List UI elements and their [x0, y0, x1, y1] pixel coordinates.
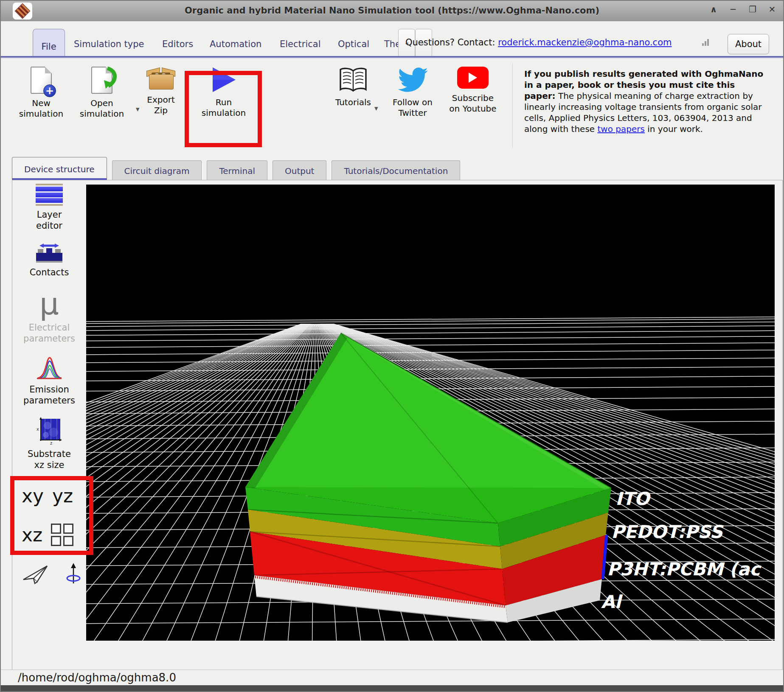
- menu-bar: File Simulation type Editors Automation …: [1, 21, 783, 56]
- toolbar: + Newsimulation Opensimulation ▾ ExportZ…: [1, 58, 783, 156]
- signal-bars-icon: [702, 39, 709, 46]
- sidebar-item-contacts[interactable]: Contacts: [12, 242, 86, 278]
- application-window: Organic and hybrid Material Nano Simulat…: [0, 0, 784, 692]
- device-structure-pane: Layereditor Contacts μ Electricalparamet: [12, 180, 783, 671]
- tab-tutorials-documentation[interactable]: Tutorials/Documentation: [332, 160, 460, 181]
- play-icon: [210, 67, 237, 93]
- sidebar-item-layer-editor[interactable]: Layereditor: [12, 184, 86, 231]
- view-orientation-buttons: xy yz xz: [22, 485, 85, 602]
- maximize-button[interactable]: ❐: [747, 4, 758, 14]
- new-document-icon: +: [31, 67, 52, 94]
- tab-terminal[interactable]: Terminal: [207, 160, 267, 181]
- label-al: Al: [601, 591, 623, 612]
- label-p3ht-pcbm: P3HT:PCBM (ac: [607, 559, 762, 580]
- svg-text:z: z: [50, 441, 52, 445]
- view-xz-button[interactable]: xz: [22, 524, 42, 546]
- label-ito: ITO: [615, 488, 651, 509]
- zip-box-icon: [146, 67, 175, 90]
- window-title: Organic and hybrid Material Nano Simulat…: [1, 6, 783, 16]
- youtube-icon: [457, 67, 489, 89]
- contact-label: Questions? Contact:: [405, 37, 498, 48]
- tutorials-dropdown-icon[interactable]: ▾: [374, 104, 378, 112]
- contact-text: Questions? Contact: roderick.mackenzie@o…: [405, 37, 672, 48]
- open-document-icon: [91, 67, 112, 94]
- menu-optical[interactable]: Optical: [338, 39, 369, 49]
- menu-file[interactable]: File: [33, 29, 65, 56]
- window-bottom-edge: [1, 685, 783, 691]
- contacts-icon: [35, 242, 63, 263]
- svg-text:x: x: [37, 427, 39, 431]
- close-button[interactable]: ✕: [767, 4, 777, 14]
- citation-text: If you publish results generated with Og…: [524, 68, 764, 134]
- substrate-xz-icon: x z: [36, 417, 63, 445]
- fly-scene-icon[interactable]: [22, 563, 50, 585]
- subscribe-youtube-button[interactable]: Subscribeon Youtube: [443, 67, 503, 114]
- menu-automation[interactable]: Automation: [210, 39, 261, 49]
- view-xy-button[interactable]: xy: [22, 485, 44, 507]
- twitter-icon: [396, 67, 429, 93]
- label-pedot-pss: PEDOT:PSS: [611, 521, 724, 542]
- open-simulation-button[interactable]: Opensimulation: [76, 67, 127, 119]
- view-quad-button[interactable]: [51, 524, 73, 546]
- toolbar-divider: [512, 63, 513, 148]
- export-zip-button[interactable]: ExportZip: [138, 67, 184, 116]
- current-path: /home/rod/oghma/oghma8.0: [18, 671, 176, 684]
- contact-email-link[interactable]: roderick.mackenzie@oghma-nano.com: [498, 37, 672, 48]
- sidebar-item-substrate-xz-size[interactable]: x z Substratexz size: [12, 417, 86, 471]
- view-yz-button[interactable]: yz: [52, 485, 73, 507]
- layers-icon: [36, 184, 63, 206]
- citation-papers-link[interactable]: two papers: [597, 124, 644, 134]
- mu-icon: μ: [39, 289, 59, 319]
- tab-device-structure[interactable]: Device structure: [12, 157, 107, 181]
- sidebar-item-emission-parameters[interactable]: Emissionparameters: [12, 355, 86, 406]
- menu-electrical[interactable]: Electrical: [280, 39, 321, 49]
- run-simulation-button[interactable]: Runsimulation: [196, 67, 251, 118]
- citation-tail: in your work.: [645, 124, 703, 134]
- sidebar-item-electrical-parameters[interactable]: μ Electricalparameters: [12, 289, 86, 344]
- tutorials-button[interactable]: Tutorials: [328, 67, 379, 108]
- view-tabs: Device structure Circuit diagram Termina…: [12, 157, 460, 181]
- shade-window-button[interactable]: ∧: [708, 4, 719, 14]
- about-button[interactable]: About: [728, 34, 769, 54]
- menu-simulation-type[interactable]: Simulation type: [74, 39, 144, 49]
- layer-labels: ITO PEDOT:PSS P3HT:PCBM (ac Al: [601, 488, 762, 612]
- follow-twitter-button[interactable]: Follow onTwitter: [385, 67, 440, 118]
- new-simulation-button[interactable]: + Newsimulation: [18, 67, 65, 119]
- minimize-button[interactable]: ─: [728, 4, 738, 14]
- tab-output[interactable]: Output: [273, 160, 326, 181]
- status-bar: /home/rod/oghma/oghma8.0: [1, 670, 783, 685]
- rotate-scene-icon[interactable]: [65, 563, 82, 585]
- tab-circuit-diagram[interactable]: Circuit diagram: [112, 160, 202, 181]
- title-bar[interactable]: Organic and hybrid Material Nano Simulat…: [1, 1, 783, 22]
- menu-editors[interactable]: Editors: [162, 39, 193, 49]
- 3d-device-canvas[interactable]: ITO PEDOT:PSS P3HT:PCBM (ac Al: [86, 185, 775, 641]
- emission-spectrum-icon: [35, 355, 63, 381]
- sidebar: Layereditor Contacts μ Electricalparamet: [12, 184, 86, 482]
- book-icon: [337, 67, 369, 93]
